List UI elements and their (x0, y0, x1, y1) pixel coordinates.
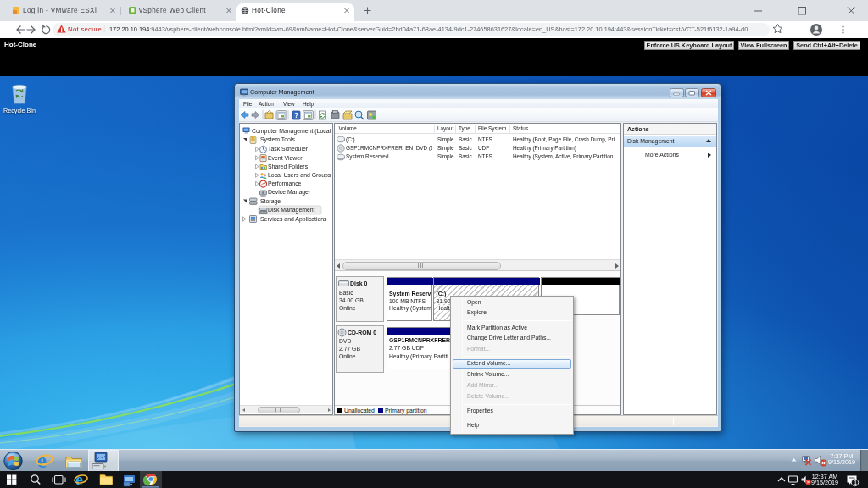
svg-text:e: e (75, 471, 83, 488)
svg-text:e: e (37, 450, 47, 472)
svg-text:1: 1 (854, 479, 857, 486)
svg-text:?: ? (294, 111, 298, 119)
